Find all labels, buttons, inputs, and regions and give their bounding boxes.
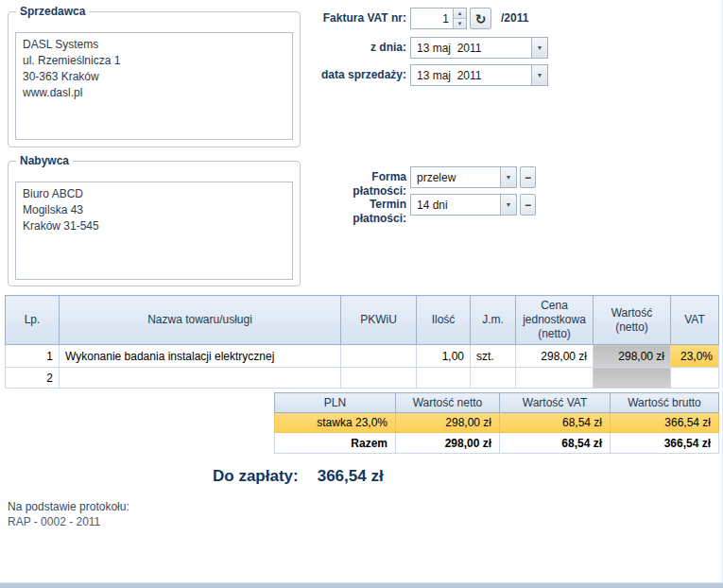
payment-term-combo[interactable]: 14 dni ▼ — [410, 194, 517, 216]
summary-col-pln: PLN — [275, 393, 396, 413]
chevron-down-icon: ▼ — [506, 174, 512, 181]
amount-due-line: Do zapłaty: 366,54 zł — [213, 467, 384, 486]
total-net: 298,00 zł — [396, 433, 500, 454]
invoice-editor-panel: Sprzedawca DASL Systems ul. Rzemieślnicz… — [0, 0, 723, 588]
table-row: 2 — [6, 368, 719, 389]
summary-col-vat: Wartość VAT — [500, 393, 611, 413]
refresh-invoice-number-button[interactable]: ↻ — [470, 8, 491, 29]
payment-form-combo[interactable]: przelew ▼ — [410, 166, 517, 188]
summary-total-row: Razem 298,00 zł 68,54 zł 366,54 zł — [275, 433, 719, 454]
payment-term-label: Termin płatności: — [319, 198, 406, 226]
cell-vat[interactable] — [671, 368, 719, 389]
invoice-number-spinner[interactable]: 1 ▲ ▼ — [410, 8, 467, 29]
minus-icon: − — [525, 199, 531, 212]
chevron-down-icon: ▼ — [506, 201, 512, 208]
summary-rate-row: stawka 23,0% 298,00 zł 68,54 zł 366,54 z… — [275, 413, 719, 433]
total-vat: 68,54 zł — [500, 433, 611, 454]
cell-name[interactable] — [60, 368, 341, 389]
rate-gross: 366,54 zł — [611, 413, 719, 433]
cell-unit-price[interactable] — [516, 368, 594, 389]
spinner-buttons: ▲ ▼ — [453, 9, 466, 28]
payment-form-label: Forma płatności: — [319, 170, 406, 199]
protocol-label: Na podstawie protokołu: — [8, 499, 129, 514]
col-header-name: Nazwa towaru/usługi — [60, 296, 341, 345]
seller-group-label: Sprzedawca — [16, 5, 89, 18]
summary-header-row: PLN Wartość netto Wartość VAT Wartość br… — [275, 393, 719, 413]
rate-net: 298,00 zł — [396, 413, 500, 433]
chevron-down-icon: ▼ — [537, 44, 543, 51]
invoice-number-label: Faktura VAT nr: — [319, 11, 406, 26]
sale-date-label: data sprzedaży: — [319, 68, 406, 82]
sale-date-value: 13 maj 2011 — [411, 65, 531, 85]
invoice-number-value[interactable]: 1 — [411, 9, 453, 28]
payment-term-dropdown-button[interactable]: ▼ — [500, 195, 516, 215]
cell-net-value — [594, 368, 671, 389]
buyer-groupbox: Nabywca Biuro ABCD Mogilska 43 Kraków 31… — [8, 161, 301, 286]
seller-groupbox: Sprzedawca DASL Systems ul. Rzemieślnicz… — [8, 11, 301, 147]
items-header-row: Lp. Nazwa towaru/usługi PKWiU Ilość J.m.… — [6, 296, 719, 345]
minus-icon: − — [525, 171, 531, 184]
rate-vat: 68,54 zł — [500, 413, 611, 433]
payment-form-dropdown-button[interactable]: ▼ — [500, 167, 516, 187]
buyer-address-textarea[interactable]: Biuro ABCD Mogilska 43 Kraków 31-545 — [15, 182, 293, 280]
payment-form-value: przelew — [411, 167, 500, 187]
col-header-pkwiu: PKWiU — [341, 296, 417, 345]
cell-qty[interactable]: 1,00 — [417, 345, 471, 368]
invoice-items-table: Lp. Nazwa towaru/usługi PKWiU Ilość J.m.… — [5, 295, 719, 389]
cell-lp[interactable]: 2 — [6, 368, 60, 389]
col-header-unit: J.m. — [471, 296, 516, 345]
summary-col-net: Wartość netto — [396, 393, 500, 413]
table-row: 1 Wykonanie badania instalacji elektrycz… — [6, 345, 719, 368]
refresh-icon: ↻ — [475, 11, 487, 26]
issue-date-value: 13 maj 2011 — [411, 38, 531, 58]
cell-vat[interactable]: 23,0% — [671, 345, 719, 368]
issue-date-label: z dnia: — [319, 41, 406, 55]
col-header-qty: Ilość — [417, 296, 471, 345]
protocol-value: RAP - 0002 - 2011 — [8, 514, 129, 529]
cell-unit[interactable]: szt. — [471, 345, 516, 368]
cell-qty[interactable] — [417, 368, 471, 389]
col-header-net-value: Wartość (netto) — [594, 296, 671, 345]
amount-due-label: Do zapłaty: — [213, 467, 299, 486]
payment-term-clear-button[interactable]: − — [520, 194, 536, 216]
total-label: Razem — [275, 433, 396, 454]
payment-form-clear-button[interactable]: − — [520, 166, 536, 188]
col-header-vat: VAT — [671, 296, 719, 345]
col-header-unit-price: Cena jednostkowa (netto) — [516, 296, 594, 345]
cell-pkwiu[interactable] — [341, 368, 417, 389]
spin-up-icon[interactable]: ▲ — [454, 9, 466, 18]
spin-down-icon[interactable]: ▼ — [454, 18, 466, 28]
total-gross: 366,54 zł — [611, 433, 719, 454]
rate-label: stawka 23,0% — [275, 413, 396, 433]
protocol-note: Na podstawie protokołu: RAP - 0002 - 201… — [8, 499, 129, 529]
col-header-lp: Lp. — [6, 296, 60, 345]
cell-name[interactable]: Wykonanie badania instalacji elektryczne… — [60, 345, 341, 368]
invoice-year-suffix: /2011 — [501, 11, 528, 25]
cell-unit-price[interactable]: 298,00 zł — [516, 345, 594, 368]
payment-term-value: 14 dni — [411, 195, 500, 215]
summary-col-gross: Wartość brutto — [611, 393, 719, 413]
sale-date-combo[interactable]: 13 maj 2011 ▼ — [410, 64, 548, 86]
cell-net-value: 298,00 zł — [594, 345, 671, 368]
panel-bottom-edge — [0, 582, 723, 588]
cell-unit[interactable] — [471, 368, 516, 389]
amount-due-value: 366,54 zł — [318, 467, 384, 486]
cell-pkwiu[interactable] — [341, 345, 417, 368]
sale-date-dropdown-button[interactable]: ▼ — [531, 65, 547, 85]
issue-date-dropdown-button[interactable]: ▼ — [531, 38, 547, 58]
cell-lp[interactable]: 1 — [6, 345, 60, 368]
chevron-down-icon: ▼ — [537, 72, 543, 78]
seller-address-textarea[interactable]: DASL Systems ul. Rzemieślnicza 1 30-363 … — [15, 32, 293, 140]
issue-date-combo[interactable]: 13 maj 2011 ▼ — [410, 37, 548, 59]
vat-summary-table: PLN Wartość netto Wartość VAT Wartość br… — [274, 392, 719, 454]
buyer-group-label: Nabywca — [16, 154, 73, 167]
